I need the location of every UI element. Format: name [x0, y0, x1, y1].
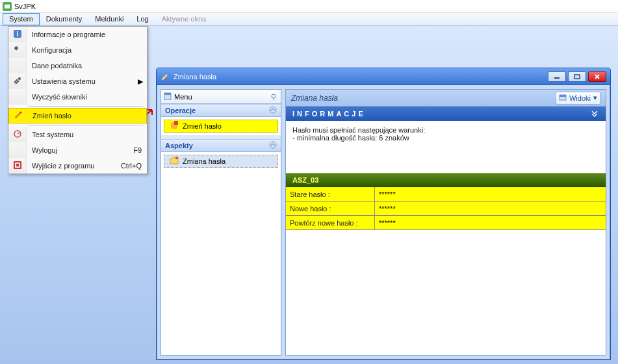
maximize-button[interactable] [568, 72, 586, 82]
menu-dokumenty[interactable]: Dokumenty [40, 13, 89, 25]
close-button[interactable] [588, 72, 606, 82]
info-icon: i [13, 29, 22, 40]
asp-item-zmiana-hasla[interactable]: Zmiana hasła [164, 155, 278, 168]
menu-item-dane-podatnika[interactable]: Dane podatnika [8, 58, 147, 73]
svg-rect-11 [164, 93, 171, 95]
chevron-up-icon [269, 106, 277, 115]
stare-haslo-input[interactable]: ****** [374, 187, 606, 201]
edit-icon [161, 72, 170, 81]
svg-point-4 [18, 77, 21, 80]
row-stare-haslo: Stare hasło : ****** [286, 187, 606, 202]
child-title: Zmiana hasła [174, 73, 216, 81]
system-dropdown: i Informacje o programie Konfiguracja Da… [8, 26, 148, 174]
pin-icon[interactable] [269, 92, 278, 101]
app-icon [3, 2, 12, 11]
menu-item-konfiguracja[interactable]: Konfiguracja [8, 42, 147, 58]
svg-rect-8 [554, 77, 560, 79]
row-nowe-haslo: Nowe hasło : ****** [286, 202, 606, 216]
submenu-arrow-icon: ▶ [138, 77, 143, 86]
menu-item-info[interactable]: i Informacje o programie [8, 27, 147, 42]
svg-text:i: i [16, 30, 18, 38]
app-title: SvJPK [14, 3, 36, 10]
row-powtorz-haslo: Powtórz nowe hasło : ****** [286, 216, 606, 230]
section-aspekty-header[interactable]: Aspekty [161, 139, 281, 152]
wrench-icon [13, 45, 22, 55]
svg-rect-1 [5, 5, 10, 8]
menu-separator [28, 106, 143, 107]
menu-label: Menu [174, 93, 192, 101]
svg-rect-19 [560, 95, 566, 97]
key-icon [170, 121, 179, 131]
password-form: Stare hasło : ****** Nowe hasło : ******… [286, 187, 606, 230]
menu-log[interactable]: Log [130, 13, 155, 25]
svg-point-16 [270, 142, 276, 148]
info-header[interactable]: INFORMACJE [286, 107, 606, 121]
nowe-haslo-input[interactable]: ****** [374, 202, 606, 215]
svg-point-13 [270, 107, 276, 113]
app-titlebar: SvJPK [0, 0, 618, 13]
menu-system[interactable]: System [3, 13, 40, 25]
menu-item-wyjscie[interactable]: Wyjście z programu Ctrl+Q [8, 158, 147, 174]
chevron-up-icon [269, 141, 277, 150]
dropdown-arrow-icon: ▾ [593, 94, 597, 102]
right-panel: Zmiana hasła Widoki ▾ INFORMACJE Hasło m… [285, 89, 606, 356]
right-panel-title: Zmiana hasła Widoki ▾ [286, 90, 606, 107]
left-panel-menu-header[interactable]: Menu [161, 90, 281, 104]
menu-icon [164, 92, 172, 101]
edit-icon [14, 110, 23, 121]
minimize-button[interactable] [548, 72, 566, 82]
tools-icon [13, 76, 22, 86]
widoki-button[interactable]: Widoki ▾ [556, 92, 600, 105]
menu-meldunki[interactable]: Meldunki [88, 13, 130, 25]
svg-rect-9 [574, 75, 580, 79]
form-header: ASZ_03 [286, 173, 606, 187]
info-body: Hasło musi spełniać następujące warunki:… [286, 121, 606, 147]
svg-rect-15 [174, 121, 178, 125]
child-titlebar[interactable]: Zmiana hasła [157, 68, 610, 85]
menu-item-test[interactable]: Test systemu [8, 127, 147, 142]
menu-aktywne-okna: Aktywne okna [155, 13, 212, 25]
section-operacje-header[interactable]: Operacje [161, 104, 281, 117]
view-icon [559, 94, 567, 103]
menu-item-ustawienia[interactable]: Ustawienia systemu ▶ [8, 73, 147, 89]
op-item-zmien-haslo[interactable]: Zmień hasło [164, 120, 278, 133]
menubar: System Dokumenty Meldunki Log Aktywne ok… [0, 13, 618, 26]
menu-item-zmien-haslo[interactable]: Zmień hasło [8, 108, 147, 124]
menu-separator [28, 125, 143, 125]
gauge-icon [13, 129, 22, 140]
menu-item-wyczysc[interactable]: Wyczyść słowniki [8, 89, 147, 105]
child-window: Zmiana hasła Menu Operacje Zmień hasło [156, 68, 611, 360]
svg-point-12 [272, 94, 276, 98]
exit-icon [13, 161, 22, 171]
menu-item-wyloguj[interactable]: Wyloguj F9 [8, 142, 147, 158]
svg-point-17 [175, 157, 178, 159]
svg-point-5 [20, 112, 22, 114]
powtorz-haslo-input[interactable]: ****** [374, 216, 606, 229]
left-panel: Menu Operacje Zmień hasło Aspekty [161, 89, 281, 356]
folder-icon [170, 157, 179, 166]
chevron-down-icon [590, 109, 599, 119]
